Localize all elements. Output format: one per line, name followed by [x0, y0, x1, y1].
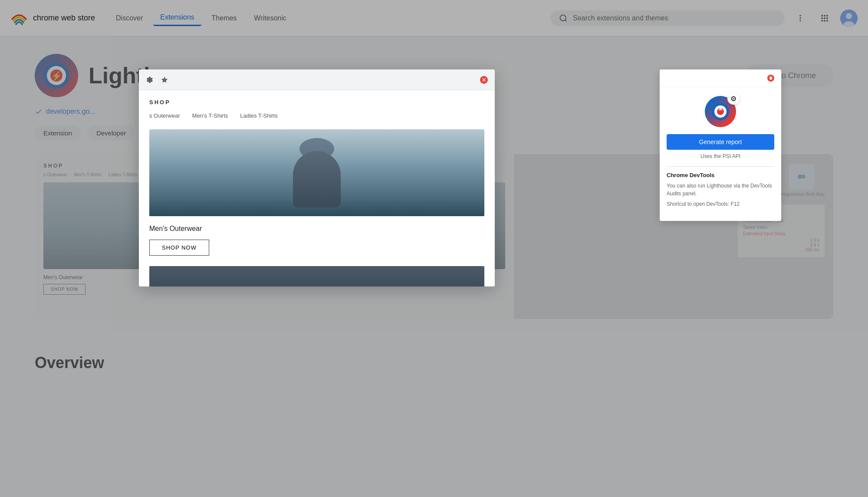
- shop-nav: s Outerwear Men's T-Shirts Ladies T-Shir…: [149, 112, 484, 119]
- shop-nav-item-3: Ladies T-Shirts: [240, 112, 277, 119]
- shop-nav-item-1: s Outerwear: [149, 112, 180, 119]
- browser-toolbar: [139, 69, 495, 90]
- lighthouse-popup: ⚙ Generate report Uses the PSI API Chrom…: [660, 69, 781, 221]
- devtools-title: Chrome DevTools: [667, 172, 774, 178]
- psi-text: Uses the PSI API: [700, 153, 740, 159]
- browser-popup: SHOP s Outerwear Men's T-Shirts Ladies T…: [139, 69, 495, 286]
- lighthouse-status-dot: [767, 75, 774, 82]
- shop-header: SHOP: [149, 99, 484, 105]
- devtools-shortcut: Shortcut to open DevTools: F12: [667, 201, 774, 207]
- devtools-description: You can also run Lighthouse via the DevT…: [667, 182, 774, 197]
- shop-page: SHOP s Outerwear Men's T-Shirts Ladies T…: [139, 90, 495, 286]
- star-icon[interactable]: [161, 76, 168, 84]
- shop-second-image: [149, 266, 484, 286]
- devtools-section: Chrome DevTools You can also run Lightho…: [667, 166, 774, 212]
- close-red-dot: [480, 76, 488, 84]
- browser-content: SHOP s Outerwear Men's T-Shirts Ladies T…: [139, 90, 495, 286]
- product-title: Men's Outerwear: [149, 225, 484, 233]
- svg-rect-26: [770, 76, 772, 80]
- shop-hero-image: [149, 129, 484, 216]
- lighthouse-settings-button[interactable]: ⚙: [727, 92, 740, 105]
- lighthouse-icon-container: ⚙: [705, 96, 736, 127]
- lighthouse-popup-header: [660, 69, 781, 87]
- settings-icon: [146, 76, 154, 84]
- shop-now-button[interactable]: SHOP NOW: [149, 240, 209, 256]
- generate-report-button[interactable]: Generate report: [667, 134, 774, 150]
- lighthouse-popup-body: ⚙ Generate report Uses the PSI API Chrom…: [660, 87, 781, 221]
- shop-nav-item-2: Men's T-Shirts: [192, 112, 228, 119]
- modal-overlay: SHOP s Outerwear Men's T-Shirts Ladies T…: [0, 0, 868, 497]
